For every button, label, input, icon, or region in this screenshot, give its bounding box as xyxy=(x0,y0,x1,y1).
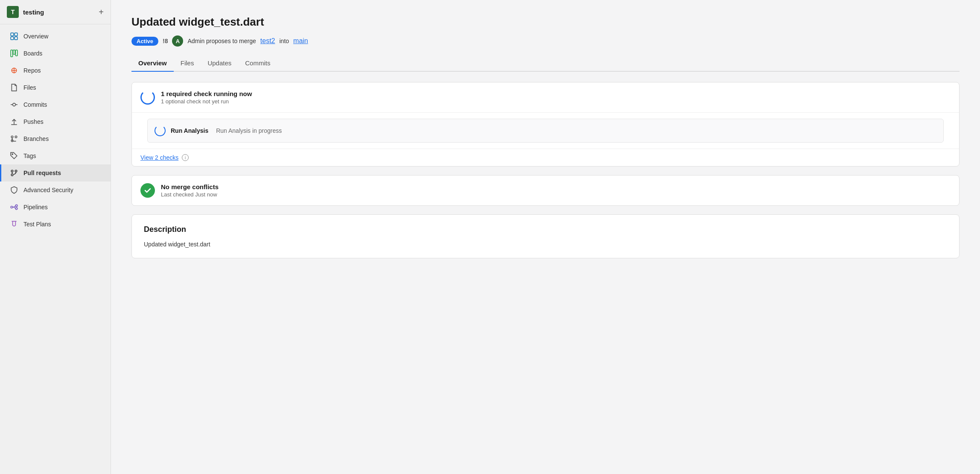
sidebar-label-commits: Commits xyxy=(23,101,47,108)
tab-updates[interactable]: Updates xyxy=(201,55,238,72)
run-analysis-status: Run Analysis in progress xyxy=(216,127,282,134)
commits-icon xyxy=(10,100,18,109)
sidebar-item-files[interactable]: Files xyxy=(0,79,111,96)
svg-point-19 xyxy=(11,206,13,208)
overview-icon xyxy=(10,32,18,41)
no-conflict-info: No merge conflicts Last checked Just now xyxy=(161,183,219,198)
pr-number: !8 xyxy=(163,38,168,44)
sidebar-label-tags: Tags xyxy=(23,152,36,159)
merge-conflicts-card: No merge conflicts Last checked Just now xyxy=(131,175,960,206)
no-conflict-row: No merge conflicts Last checked Just now xyxy=(132,176,959,205)
sidebar-label-pushes: Pushes xyxy=(23,118,44,125)
repos-icon xyxy=(10,66,18,75)
tab-commits[interactable]: Commits xyxy=(238,55,277,72)
tabs-bar: Overview Files Updates Commits xyxy=(131,55,960,72)
sidebar-label-files: Files xyxy=(23,84,36,91)
run-analysis-row: Run Analysis Run Analysis in progress xyxy=(147,119,944,143)
sidebar-item-test-plans[interactable]: Test Plans xyxy=(0,216,111,233)
view-checks-row: View 2 checks i xyxy=(132,149,959,166)
sidebar-label-pipelines: Pipelines xyxy=(23,204,48,211)
sidebar-header: T testing + xyxy=(0,0,111,24)
sidebar-nav: Overview Boards Repos xyxy=(0,24,111,236)
page-title: Updated widget_test.dart xyxy=(131,15,960,29)
view-checks-link[interactable]: View 2 checks xyxy=(140,154,178,161)
tab-files[interactable]: Files xyxy=(174,55,201,72)
sidebar-label-branches: Branches xyxy=(23,135,49,142)
sidebar-label-overview: Overview xyxy=(23,33,48,40)
status-badge: Active xyxy=(131,37,158,46)
files-icon xyxy=(10,83,18,92)
svg-point-20 xyxy=(15,205,18,207)
main-content: Updated widget_test.dart Active !8 A Adm… xyxy=(111,0,980,474)
sidebar-item-pushes[interactable]: Pushes xyxy=(0,113,111,130)
sidebar: T testing + Overview xyxy=(0,0,111,474)
svg-rect-5 xyxy=(13,50,15,54)
check-sub-text: 1 optional check not yet run xyxy=(161,98,252,105)
source-branch-link[interactable]: test2 xyxy=(260,37,275,45)
no-conflict-sub: Last checked Just now xyxy=(161,191,219,198)
svg-rect-4 xyxy=(11,50,13,57)
check-header: 1 required check running now 1 optional … xyxy=(132,82,959,113)
info-icon[interactable]: i xyxy=(182,154,189,161)
author-avatar: A xyxy=(172,35,183,47)
svg-rect-0 xyxy=(11,33,14,36)
pipelines-icon xyxy=(10,203,18,211)
svg-point-17 xyxy=(15,170,17,172)
sidebar-label-test-plans: Test Plans xyxy=(23,221,51,228)
sidebar-item-repos[interactable]: Repos xyxy=(0,62,111,79)
svg-point-13 xyxy=(15,136,17,138)
checks-card: 1 required check running now 1 optional … xyxy=(131,82,960,167)
sidebar-project: T testing xyxy=(7,6,44,18)
sidebar-item-advanced-security[interactable]: Advanced Security xyxy=(0,181,111,199)
sidebar-label-pull-requests: Pull requests xyxy=(23,170,61,176)
description-card: Description Updated widget_test.dart xyxy=(131,214,960,258)
no-conflict-title: No merge conflicts xyxy=(161,183,219,190)
tags-icon xyxy=(10,152,18,160)
pull-requests-icon xyxy=(10,169,18,177)
svg-point-8 xyxy=(13,103,16,106)
check-info: 1 required check running now 1 optional … xyxy=(161,90,252,105)
sidebar-label-boards: Boards xyxy=(23,50,42,57)
sidebar-item-commits[interactable]: Commits xyxy=(0,96,111,113)
branches-icon xyxy=(10,135,18,143)
svg-point-15 xyxy=(12,154,13,155)
svg-rect-2 xyxy=(11,37,14,40)
test-plans-icon xyxy=(10,220,18,228)
svg-rect-3 xyxy=(15,37,18,40)
description-content: Updated widget_test.dart xyxy=(144,241,947,248)
svg-rect-1 xyxy=(15,33,18,36)
svg-point-12 xyxy=(11,136,13,138)
svg-point-21 xyxy=(15,208,18,210)
into-text: into xyxy=(279,38,289,44)
sidebar-item-pull-requests[interactable]: Pull requests xyxy=(0,164,111,181)
sidebar-item-tags[interactable]: Tags xyxy=(0,147,111,164)
svg-point-18 xyxy=(11,174,13,176)
tab-overview[interactable]: Overview xyxy=(131,55,174,72)
svg-rect-6 xyxy=(15,50,18,56)
boards-icon xyxy=(10,49,18,58)
project-name: testing xyxy=(23,9,44,16)
check-main-text: 1 required check running now xyxy=(161,90,252,97)
run-analysis-spinning-icon xyxy=(155,125,166,136)
description-title: Description xyxy=(144,225,947,234)
advanced-security-icon xyxy=(10,186,18,194)
run-analysis-wrapper: Run Analysis Run Analysis in progress xyxy=(132,113,959,149)
sidebar-item-overview[interactable]: Overview xyxy=(0,28,111,45)
project-avatar: T xyxy=(7,6,19,18)
pr-meta-text: Admin proposes to merge xyxy=(187,38,256,44)
pr-meta-row: Active !8 A Admin proposes to merge test… xyxy=(131,35,960,47)
running-check-icon xyxy=(140,90,155,105)
add-project-button[interactable]: + xyxy=(99,8,104,16)
sidebar-item-boards[interactable]: Boards xyxy=(0,45,111,62)
sidebar-label-advanced-security: Advanced Security xyxy=(23,187,73,193)
svg-point-16 xyxy=(11,170,13,172)
sidebar-item-pipelines[interactable]: Pipelines xyxy=(0,199,111,216)
sidebar-label-repos: Repos xyxy=(23,67,41,74)
sidebar-item-branches[interactable]: Branches xyxy=(0,130,111,147)
pushes-icon xyxy=(10,117,18,126)
no-conflict-icon xyxy=(140,183,155,198)
target-branch-link[interactable]: main xyxy=(293,37,308,45)
run-analysis-name: Run Analysis xyxy=(171,127,208,134)
